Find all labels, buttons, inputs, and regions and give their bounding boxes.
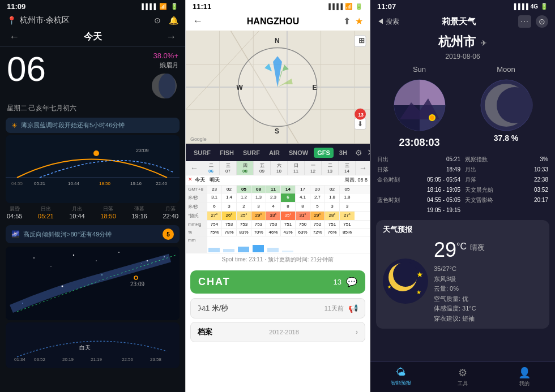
archive-years: 2012-2018 <box>269 329 299 335</box>
svg-point-68 <box>497 87 533 123</box>
wind-label-2: 米/秒 <box>186 203 207 211</box>
prev-btn[interactable]: ← <box>9 31 19 43</box>
time-moonrise: 月出 10:44 <box>69 205 85 219</box>
profile-nav-icon: 👤 <box>518 367 531 379</box>
astro-dusk-row: 天文昏影终 20:17 <box>465 195 548 205</box>
air-detail: 空气质量: 优 <box>434 294 543 304</box>
speaker-icon[interactable]: 📢 <box>348 304 358 313</box>
forecast-table: ← 二06 三07 四08 五09 六10 日11 一12 二13 三14 四1… <box>186 161 370 253</box>
p2-time: 11:11 <box>193 2 211 11</box>
date-col-3: 四08 <box>237 161 254 175</box>
svg-rect-60 <box>253 245 264 252</box>
tab-snow[interactable]: SNOW <box>285 148 311 158</box>
wind-icon: 🌬 <box>198 304 206 313</box>
nav-profile[interactable]: 👤 我的 <box>493 362 555 392</box>
panel-wind: 11:11 ▐▐▐▐ 📶 🔋 ← HANGZHOU ⬆ ★ <box>185 0 370 392</box>
svg-text:19:16: 19:16 <box>130 181 142 186</box>
sun-circle <box>391 77 448 133</box>
tab-surf2[interactable]: SURF <box>240 148 263 158</box>
chat-section[interactable]: CHAT 13 💬 <box>190 270 365 294</box>
sun-moon-section: Sun 23:08:03 <box>370 65 555 154</box>
svg-rect-62 <box>282 251 293 252</box>
p3-date: 2019-08-06 <box>370 53 555 65</box>
moon-set-row: 月落 22:38 <box>465 175 548 185</box>
panel-weather: 11:07 ▐▐▐▐ 4G 🔋 ◀ 搜索 莉景天气 ··· ⊙ 杭州市 ✈ 20… <box>370 0 555 392</box>
tomorrow-label: 明天 <box>210 176 220 184</box>
notice-text-2: 高反向倾斜银河>80°还有49分钟 <box>23 230 112 239</box>
location-pin-icon: 📍 <box>7 16 16 25</box>
svg-text:⊞: ⊞ <box>358 36 365 45</box>
location-header: 📍 杭州市·余杭区 ⊙ 🔔 <box>0 13 185 29</box>
svg-text:03:52: 03:52 <box>34 357 46 362</box>
table-prev-btn[interactable]: ← <box>186 161 203 175</box>
moon-info-col: 观察指数 3% 月出 10:33 月落 22:38 天文晨光始 03:52 天文… <box>463 154 550 216</box>
date-col-2: 三07 <box>220 161 237 175</box>
date-nav-row: ← 二06 三07 四08 五09 六10 日11 一12 二13 三14 四1… <box>186 161 370 175</box>
weekday-text: 星期二·己亥年七月初六 <box>0 104 185 115</box>
compass-icon[interactable]: ⊙ <box>154 16 161 25</box>
svg-text:04:55: 04:55 <box>11 181 23 186</box>
p3-target-icon[interactable]: ⊙ <box>536 15 548 28</box>
pressure-row: mmHg 754 753 753 753 753 751 750 752 751… <box>186 221 370 229</box>
notice-2: 🌌 高反向倾斜银河>80°还有49分钟 5 <box>6 225 180 243</box>
forecast-content: ★ ★ ★ 29 °C 晴夜 35/27°C 东风3级 云量: 0% 空气质量:… <box>383 238 543 324</box>
nav-forecast[interactable]: 🌤 智能预报 <box>370 362 432 392</box>
next-btn[interactable]: → <box>166 31 176 43</box>
p2-wifi: 📶 <box>345 3 353 10</box>
astro-dawn-row: 天文晨光始 03:52 <box>465 185 548 195</box>
share-icon[interactable]: ⬆ <box>343 16 351 27</box>
time-dusk: 薄暮 19:16 <box>131 205 147 219</box>
sun-info-row-1: 日出 05:21 <box>377 154 460 165</box>
archive-row[interactable]: 档案 2012-2018 › <box>190 322 365 342</box>
sun-rise-val: 05:21 <box>446 154 460 165</box>
chat-label[interactable]: CHAT <box>198 276 230 288</box>
bell-icon[interactable]: 🔔 <box>169 16 178 25</box>
table-next-btn[interactable]: → <box>356 161 370 175</box>
tab-air[interactable]: AIR <box>266 148 283 158</box>
settings-icon[interactable]: ⚙ <box>355 148 362 157</box>
golden-label: 金色时刻 <box>377 175 400 185</box>
svg-point-4 <box>93 150 99 156</box>
obs-val: 3% <box>540 154 548 165</box>
date-col-5: 六10 <box>271 161 288 175</box>
p2-header-icons: ⬆ ★ <box>343 16 363 27</box>
date-col-7: 一12 <box>305 161 322 175</box>
forecast-right: 29 °C 晴夜 35/27°C 东风3级 云量: 0% 空气质量: 优 体感温… <box>434 238 543 324</box>
astro-dusk-label: 天文昏影终 <box>465 195 493 205</box>
tab-surf1[interactable]: SURF <box>190 148 214 158</box>
gmt-cells: 23 02 05 08 11 14 17 20 02 05 <box>207 186 370 193</box>
tab-gfs[interactable]: GFS <box>314 148 334 158</box>
tab-3h[interactable]: 3H <box>336 148 351 158</box>
sun-body: Sun 23:08:03 <box>391 65 448 149</box>
p3-status-bar: 11:07 ▐▐▐▐ 4G 🔋 <box>370 0 555 13</box>
star-icon[interactable]: ★ <box>355 16 363 27</box>
bar-chart <box>207 236 370 253</box>
nav-tools[interactable]: ⚙ 工具 <box>432 362 494 392</box>
golden-hour-1-row: 金色时刻 05:05 - 05:54 <box>377 175 460 185</box>
tab-fish[interactable]: FISH <box>216 148 237 158</box>
weather-icon: ★ ★ ★ <box>383 259 428 304</box>
notice-text-1: 薄凉晨蓝调时段开始还有5小时46分钟 <box>21 121 125 130</box>
wind-detail: 东风3级 <box>434 274 543 285</box>
date-columns: 二06 三07 四08 五09 六10 日11 一12 二13 三14 四15 <box>203 161 356 175</box>
svg-text:白天: 白天 <box>79 344 91 351</box>
wind-detail-row: 🌬 1 米/秒 11天前 📢 <box>190 298 365 318</box>
tools-nav-icon: ⚙ <box>458 367 467 379</box>
p2-back-btn[interactable]: ← <box>193 15 203 27</box>
spot-time-text: Spot time: 23:11 · 预计更新的时间: 21分钟前 <box>222 256 334 262</box>
badge: 5 <box>163 229 174 240</box>
chevron-right-icon: › <box>356 328 358 336</box>
p2-signal: ▐▐▐▐ <box>327 3 343 10</box>
profile-nav-label: 我的 <box>519 380 530 387</box>
wind-speed: 1 米/秒 <box>206 303 228 313</box>
map-svg: N E W S Google ⊞ ⬇ 13 <box>186 31 370 144</box>
p3-search-btn[interactable]: ◀ 搜索 <box>377 17 399 27</box>
svg-text:E: E <box>313 84 317 92</box>
date-col-4: 五09 <box>254 161 271 175</box>
signal-icon: ▐▐▐▐ <box>140 3 156 10</box>
today-x-btn[interactable]: ✕ <box>188 176 193 184</box>
chat-icon[interactable]: 💬 <box>346 277 357 287</box>
blue-hour-2-row: 19:05 - 19:15 <box>377 205 460 216</box>
p3-more-icon[interactable]: ··· <box>518 15 531 28</box>
svg-text:01:34: 01:34 <box>14 357 26 362</box>
